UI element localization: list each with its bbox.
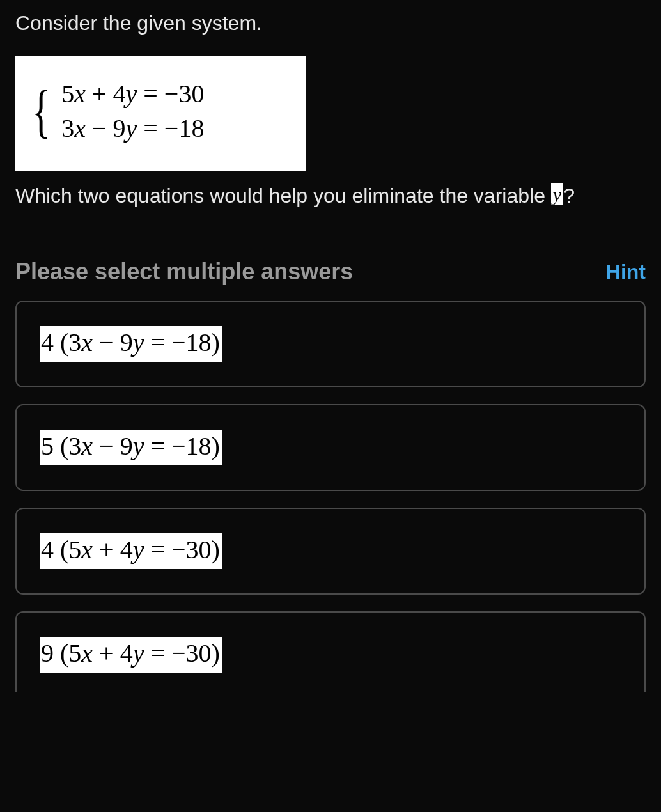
equation-1: 5x + 4y = −30 [61,79,204,109]
instruction-text: Please select multiple answers [15,258,353,285]
answer-option-1[interactable]: 4 (3x − 9y = −18) [15,301,646,387]
system-of-equations-image: { 5x + 4y = −30 3x − 9y = −18 [15,56,306,171]
answer-option-1-math: 4 (3x − 9y = −18) [40,326,222,362]
answer-option-3-math: 4 (5x + 4y = −30) [40,533,222,569]
answer-option-2-math: 5 (3x − 9y = −18) [40,430,222,465]
prompt-prefix: Which two equations would help you elimi… [15,184,551,207]
equation-2: 3x − 9y = −18 [61,113,204,144]
curly-brace-icon: { [32,91,51,132]
prompt-intro: Consider the given system. [15,12,646,35]
answer-option-2[interactable]: 5 (3x − 9y = −18) [15,404,646,491]
instruction-row: Please select multiple answers Hint [15,258,646,285]
answer-option-3[interactable]: 4 (5x + 4y = −30) [15,508,646,595]
prompt-question: Which two equations would help you elimi… [15,178,646,213]
answer-option-4[interactable]: 9 (5x + 4y = −30) [15,611,646,692]
hint-link[interactable]: Hint [606,260,646,284]
answer-option-4-math: 9 (5x + 4y = −30) [40,637,222,673]
prompt-suffix: ? [563,184,575,207]
answer-section: Please select multiple answers Hint 4 (3… [0,244,661,692]
question-section: Consider the given system. { 5x + 4y = −… [0,0,661,244]
variable-y-badge: y [551,183,563,205]
